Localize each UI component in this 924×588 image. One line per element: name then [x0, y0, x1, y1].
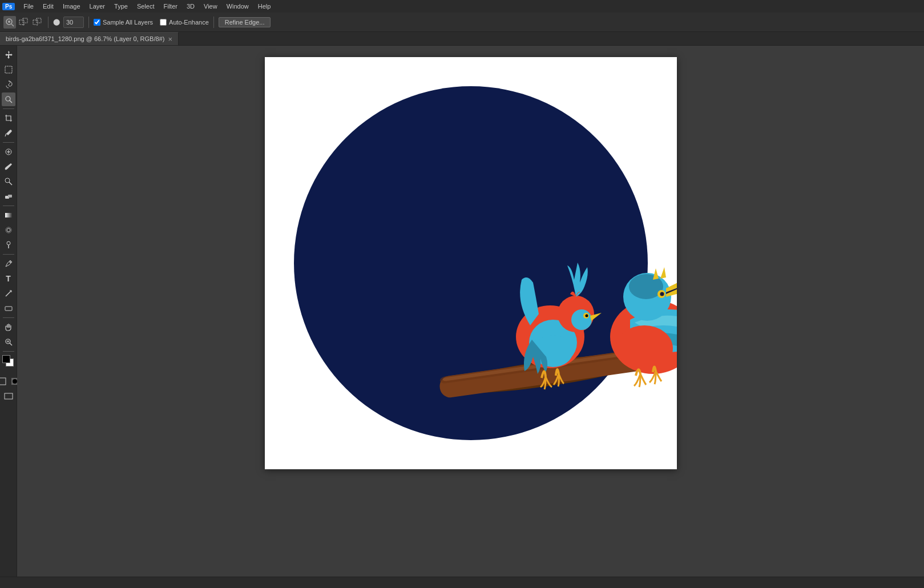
svg-rect-9 — [5, 66, 12, 73]
toolbox-sep-6 — [3, 351, 14, 352]
crop-tool-button[interactable] — [2, 111, 15, 125]
menu-3d[interactable]: 3D — [183, 2, 199, 11]
menu-type[interactable]: Type — [110, 2, 132, 11]
tab-close-button[interactable]: × — [168, 35, 172, 43]
menu-edit[interactable]: Edit — [39, 2, 58, 11]
svg-rect-30 — [0, 378, 6, 385]
pen-tool-button[interactable] — [2, 257, 15, 271]
toolbar-separator-1 — [48, 17, 49, 28]
tab-bar: birds-ga2ba6f371_1280.png @ 66.7% (Layer… — [0, 32, 924, 46]
type-tool-button[interactable]: T — [2, 272, 15, 285]
svg-point-32 — [13, 379, 17, 384]
svg-text:+: + — [22, 22, 25, 27]
shape-tool-button[interactable] — [2, 301, 15, 315]
canvas-container — [265, 57, 677, 469]
svg-point-24 — [9, 261, 11, 263]
brush-size-input[interactable]: 30 — [63, 17, 84, 28]
menu-image[interactable]: Image — [59, 2, 84, 11]
rectangular-marquee-button[interactable] — [2, 63, 15, 76]
svg-rect-25 — [5, 307, 12, 311]
toolbox: T — [0, 46, 17, 577]
toolbox-sep-4 — [3, 254, 14, 255]
toolbox-sep-2 — [3, 142, 14, 143]
ps-logo: Ps — [2, 3, 15, 10]
add-to-selection-icon[interactable]: + — [17, 16, 30, 29]
auto-enhance-checkbox[interactable]: Auto-Enhance — [160, 19, 209, 26]
path-selection-button[interactable] — [2, 287, 15, 300]
eyedropper-tool-button[interactable] — [2, 126, 15, 140]
blur-tool-button[interactable] — [2, 223, 15, 237]
artwork-svg — [265, 57, 677, 469]
svg-line-1 — [11, 24, 14, 26]
move-tool-button[interactable] — [2, 48, 15, 62]
toolbar-separator-2 — [88, 17, 89, 28]
main-area: T — [0, 46, 924, 577]
svg-point-46 — [585, 315, 588, 317]
refine-edge-button[interactable]: Refine Edge... — [219, 17, 271, 27]
svg-rect-18 — [8, 195, 12, 198]
sample-all-layers-checkbox[interactable]: Sample All Layers — [94, 19, 153, 26]
menu-view[interactable]: View — [200, 2, 221, 11]
standard-mode-button[interactable] — [0, 376, 8, 387]
options-toolbar: + - ⬤ 30 Sample All Layers Auto-Enhance … — [0, 13, 924, 32]
menu-file[interactable]: File — [19, 2, 38, 11]
toolbox-sep-5 — [3, 317, 14, 318]
status-bar — [0, 577, 924, 588]
zoom-tool-button[interactable] — [2, 335, 15, 349]
svg-point-52 — [660, 292, 664, 296]
svg-point-44 — [571, 309, 592, 330]
toolbox-sep-3 — [3, 206, 14, 206]
svg-point-2 — [8, 21, 10, 23]
dodge-tool-button[interactable] — [2, 238, 15, 252]
menu-help[interactable]: Help — [254, 2, 275, 11]
menu-window[interactable]: Window — [223, 2, 253, 11]
menu-filter[interactable]: Filter — [159, 2, 181, 11]
tab-title: birds-ga2ba6f371_1280.png @ 66.7% (Layer… — [6, 35, 164, 42]
svg-point-21 — [7, 228, 10, 232]
clone-stamp-button[interactable] — [2, 175, 15, 188]
brush-tool-button[interactable] — [2, 160, 15, 174]
hand-tool-button[interactable] — [2, 320, 15, 334]
menu-layer[interactable]: Layer — [86, 2, 110, 11]
menu-bar: Ps File Edit Image Layer Type Select Fil… — [0, 0, 924, 13]
brush-size-label: ⬤ — [53, 18, 60, 26]
svg-point-22 — [7, 241, 10, 245]
svg-line-12 — [5, 134, 6, 136]
svg-line-27 — [10, 343, 12, 345]
subtract-selection-icon[interactable]: - — [31, 16, 43, 29]
svg-point-48 — [616, 325, 673, 371]
color-swatches — [1, 355, 16, 372]
foreground-color-swatch[interactable] — [2, 355, 10, 363]
quick-select-icon[interactable] — [3, 16, 16, 29]
spot-heal-button[interactable] — [2, 145, 15, 159]
screen-mode-button[interactable] — [2, 389, 15, 403]
brush-tool-group: + - — [3, 16, 43, 29]
svg-rect-33 — [5, 393, 13, 399]
svg-text:-: - — [37, 22, 38, 27]
menu-select[interactable]: Select — [133, 2, 159, 11]
gradient-tool-button[interactable] — [2, 208, 15, 222]
toolbar-separator-3 — [213, 17, 214, 28]
svg-point-16 — [5, 178, 10, 183]
lasso-tool-button[interactable] — [2, 78, 15, 91]
canvas-area[interactable] — [17, 46, 924, 577]
eraser-tool-button[interactable] — [2, 190, 15, 203]
document-tab[interactable]: birds-ga2ba6f371_1280.png @ 66.7% (Layer… — [0, 32, 179, 45]
svg-point-10 — [6, 96, 10, 101]
svg-rect-19 — [5, 213, 12, 218]
quick-select-tool-button[interactable] — [2, 92, 15, 106]
svg-line-11 — [10, 100, 12, 103]
toolbox-sep-1 — [3, 108, 14, 109]
